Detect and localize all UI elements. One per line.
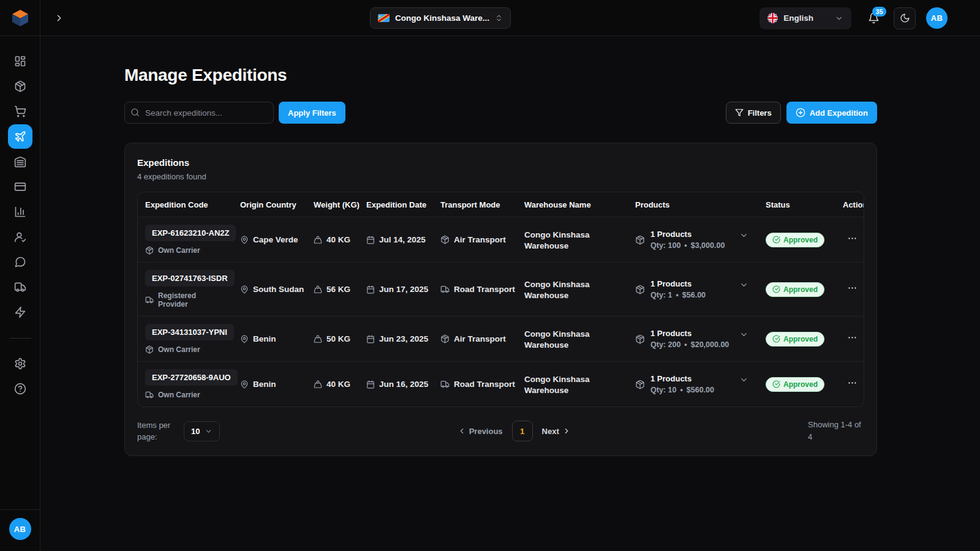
chevron-down-icon: [739, 231, 748, 240]
warehouse-name: Congo Kinshasa Warehouse: [524, 230, 590, 250]
sidebar-user-avatar[interactable]: AB: [9, 518, 31, 540]
help-icon: [14, 383, 26, 395]
products-qty: Qty: 200: [650, 340, 680, 349]
package-icon: [440, 235, 450, 244]
map-pin-icon: [240, 380, 249, 389]
sidebar-item-help[interactable]: [8, 377, 32, 401]
table-row: EXP-34131037-YPNI Own Carrier Benin 50 K…: [138, 317, 864, 362]
sidebar-item-suppliers[interactable]: [8, 225, 32, 249]
products-title: 1 Products: [650, 374, 714, 383]
row-actions-button[interactable]: [847, 283, 858, 293]
col-actions: Actions: [837, 192, 864, 217]
package-icon: [145, 345, 154, 354]
sidebar-item-settings[interactable]: [8, 351, 32, 376]
calendar-icon: [366, 380, 375, 389]
carrier-label: Own Carrier: [158, 246, 200, 255]
chat-icon: [14, 256, 26, 268]
sidebar-item-products[interactable]: [8, 74, 32, 99]
warehouse-name: Congo Kinshasa Warehouse: [524, 280, 590, 300]
sidebar-item-analytics[interactable]: [8, 200, 32, 224]
bullet-separator: •: [684, 340, 687, 349]
notification-count-badge: 35: [872, 7, 886, 17]
expedition-date: Jun 23, 2025: [379, 334, 428, 343]
user-avatar[interactable]: AB: [926, 7, 948, 29]
expedition-code-chip: EXP-61623210-AN2Z: [145, 225, 236, 241]
language-selector[interactable]: English: [760, 7, 851, 29]
products-qty: Qty: 1: [650, 291, 672, 299]
previous-page-button[interactable]: Previous: [458, 427, 503, 436]
weight-icon: [314, 285, 322, 294]
filters-button-label: Filters: [748, 108, 772, 118]
chevron-right-icon: [54, 13, 64, 23]
controls-row: Apply Filters Filters Add Expedition: [124, 102, 877, 124]
expand-products-button[interactable]: [739, 330, 748, 339]
ellipsis-icon: [847, 233, 858, 244]
chevron-down-icon: [739, 330, 748, 339]
products-amount: $3,000.00: [691, 241, 725, 250]
plus-circle-icon: [796, 108, 805, 118]
check-circle-icon: [772, 335, 780, 343]
theme-toggle-button[interactable]: [894, 7, 916, 29]
row-actions-button[interactable]: [847, 233, 858, 244]
app-logo[interactable]: [0, 0, 40, 36]
moon-icon: [900, 13, 910, 23]
sidebar-item-payments[interactable]: [8, 174, 32, 199]
expedition-date: Jun 16, 2025: [379, 380, 428, 389]
chevrons-up-down-icon: [495, 14, 503, 22]
plane-icon: [14, 130, 26, 143]
card-title: Expeditions: [137, 157, 864, 168]
carrier-label: Registered Provider: [158, 291, 228, 309]
warehouse-name: Congo Kinshasa Warehouse: [524, 375, 590, 395]
products-title: 1 Products: [650, 230, 725, 239]
topbar: Congo Kinshasa Ware... English 35: [0, 0, 980, 36]
sidebar-item-deliveries[interactable]: [8, 275, 32, 299]
sidebar-item-dashboard[interactable]: [8, 49, 32, 73]
search-input[interactable]: [124, 102, 274, 124]
status-badge: Approved: [766, 332, 824, 347]
next-page-button[interactable]: Next: [542, 427, 571, 436]
sidebar-item-warehouses[interactable]: [8, 149, 32, 174]
bullet-separator: •: [684, 241, 687, 250]
warehouse-selector[interactable]: Congo Kinshasa Ware...: [370, 7, 511, 29]
notifications-button[interactable]: 35: [868, 12, 880, 24]
carrier-label: Own Carrier: [158, 391, 200, 399]
products-title: 1 Products: [650, 279, 706, 288]
bullet-separator: •: [680, 386, 682, 394]
expand-products-button[interactable]: [739, 280, 748, 290]
sidebar-item-orders[interactable]: [8, 99, 32, 124]
cube-logo-icon: [10, 8, 30, 28]
language-label: English: [783, 13, 813, 23]
apply-filters-button[interactable]: Apply Filters: [279, 102, 345, 124]
transport-mode: Air Transport: [454, 334, 506, 343]
chevron-left-icon: [458, 427, 466, 435]
showing-range-label: Showing 1-4 of 4: [808, 419, 864, 443]
col-origin-country: Origin Country: [234, 192, 307, 217]
filters-button[interactable]: Filters: [726, 102, 781, 124]
sidebar-item-integrations[interactable]: [8, 300, 32, 324]
check-circle-icon: [772, 285, 780, 293]
truck-icon: [440, 380, 450, 389]
add-expedition-button[interactable]: Add Expedition: [786, 102, 877, 124]
expeditions-table: Expedition Code Origin Country Weight (K…: [137, 192, 864, 407]
sidebar-item-expeditions[interactable]: [8, 124, 32, 149]
expand-products-button[interactable]: [739, 375, 748, 384]
sidebar-item-messages[interactable]: [8, 250, 32, 274]
calendar-icon: [366, 236, 375, 244]
search-icon: [130, 108, 140, 117]
chevron-down-icon: [205, 427, 213, 435]
weight-value: 40 KG: [326, 235, 350, 244]
row-actions-button[interactable]: [847, 332, 858, 343]
expeditions-card: Expeditions 4 expeditions found Expediti…: [124, 143, 877, 456]
current-page-button[interactable]: 1: [512, 421, 533, 441]
sidebar: AB: [0, 36, 40, 551]
table-row: EXP-02741763-ISDR Registered Provider So…: [138, 263, 864, 317]
expand-products-button[interactable]: [739, 231, 748, 240]
row-actions-button[interactable]: [847, 378, 858, 388]
warehouse-icon: [14, 156, 26, 168]
col-products: Products: [629, 192, 760, 217]
products-title: 1 Products: [650, 329, 729, 338]
main-content: Manage Expeditions Apply Filters Filters…: [40, 36, 980, 551]
items-per-page-select[interactable]: 10: [184, 421, 220, 441]
sidebar-expand-button[interactable]: [54, 13, 64, 23]
transport-mode: Road Transport: [454, 285, 515, 294]
